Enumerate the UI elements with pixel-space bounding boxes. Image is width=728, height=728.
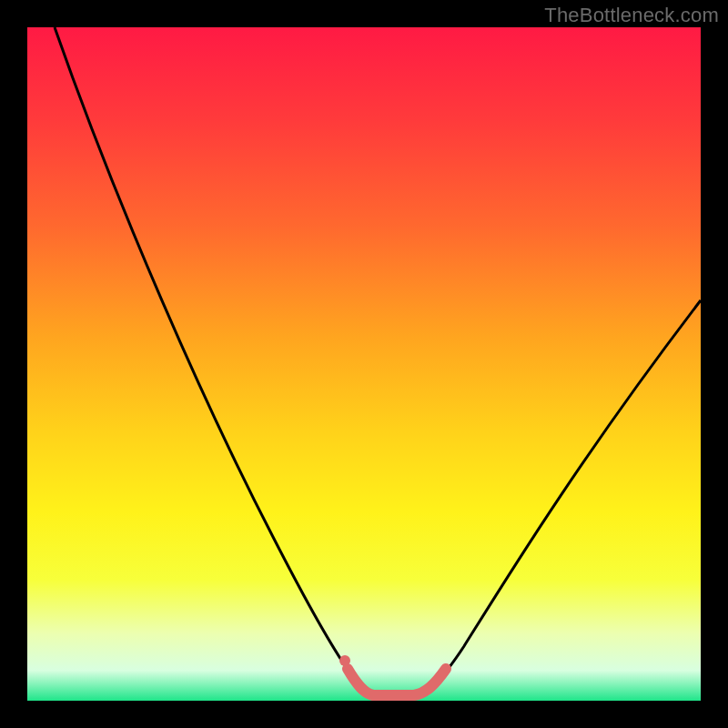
chart-svg	[0, 0, 728, 728]
plot-area	[27, 27, 701, 701]
chart-frame: TheBottleneck.com	[0, 0, 728, 728]
watermark-text: TheBottleneck.com	[544, 4, 719, 27]
optimal-start-dot	[339, 655, 350, 666]
